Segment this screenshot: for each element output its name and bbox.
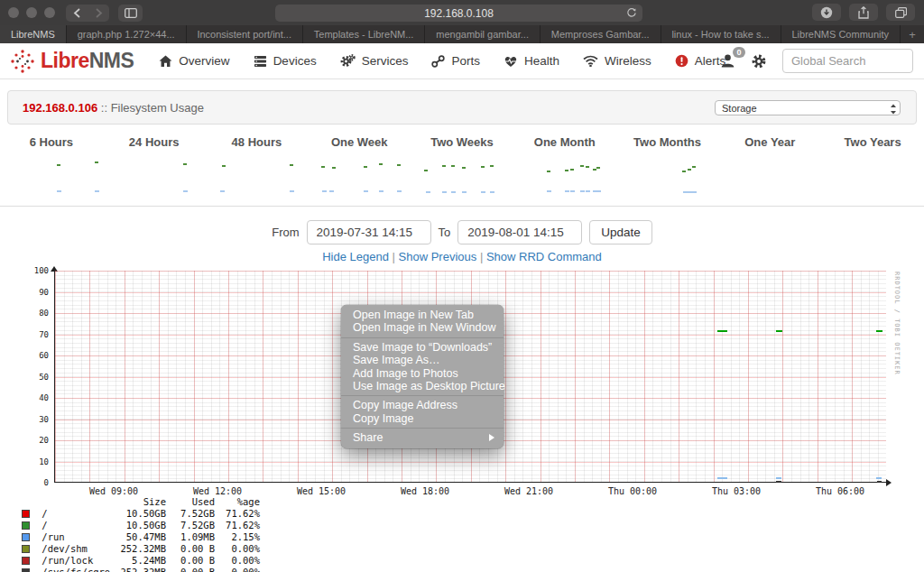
thumbnail-mark-green [397, 164, 401, 166]
y-axis-tick-label: 40 [23, 393, 49, 402]
nav-item-overview[interactable]: Overview [159, 54, 229, 68]
back-button[interactable] [66, 5, 88, 22]
graph-data-mark [717, 330, 727, 332]
time-range-link[interactable]: Two Months [616, 135, 719, 149]
device-ip[interactable]: 192.168.0.106 [23, 101, 97, 115]
graph-thumbnails-strip[interactable] [0, 152, 924, 205]
share-button[interactable] [849, 4, 878, 21]
close-window-button[interactable] [8, 7, 19, 18]
context-menu-item[interactable]: Add Image to Photos [341, 367, 504, 380]
browser-tab[interactable]: Templates - LibreNM... [303, 25, 425, 43]
browser-tab[interactable]: LibreNMS [0, 25, 67, 43]
thumbnail-mark-green [379, 163, 383, 165]
download-icon [820, 6, 833, 19]
legend-size: 252.32MB [110, 567, 166, 572]
time-range-link[interactable]: Two Weeks [411, 135, 513, 149]
graph-type-value: Storage [722, 103, 757, 114]
legend-mount-name: / [36, 508, 110, 520]
thumbnail-mark-green [462, 167, 466, 169]
forward-button[interactable] [88, 5, 109, 22]
legend-pct: 71.62% [215, 520, 260, 531]
date-range-controls: From To Update [0, 220, 924, 244]
context-menu-item[interactable]: Copy Image [341, 412, 504, 425]
context-menu-item[interactable]: Save Image to “Downloads” [341, 341, 504, 354]
sidebar-toggle-button[interactable] [118, 5, 143, 22]
time-range-link[interactable]: 24 Hours [103, 135, 206, 149]
browser-tab[interactable]: LibreNMS Community [781, 25, 901, 43]
legend-pct: 2.15% [215, 531, 260, 543]
thumbnail-mark-blue [580, 190, 585, 192]
from-date-input[interactable] [307, 220, 431, 244]
heartbeat-icon [504, 55, 518, 68]
thumbnail-mark-blue [451, 191, 456, 193]
context-menu-item[interactable]: Use Image as Desktop Picture [341, 380, 504, 392]
time-range-link[interactable]: One Month [513, 135, 616, 149]
section-divider [0, 206, 924, 207]
zoom-window-button[interactable] [44, 7, 55, 18]
time-range-link[interactable]: 48 Hours [206, 135, 309, 149]
reload-icon [626, 7, 637, 18]
user-menu-button[interactable]: 0 [720, 53, 735, 69]
brand-libre: Libre [41, 49, 89, 72]
y-axis-tick-label: 50 [23, 373, 49, 382]
nav-item-devices[interactable]: Devices [254, 54, 317, 68]
x-axis-tick-label: Thu 06:00 [816, 486, 864, 496]
librenms-logo[interactable]: LibreNMS [9, 48, 134, 75]
downloads-button[interactable] [812, 4, 841, 21]
time-range-link[interactable]: One Year [718, 135, 821, 149]
legend-mount-name: /dev/shm [36, 543, 110, 555]
global-search-input[interactable] [782, 49, 913, 73]
graph-link-show-previous[interactable]: Show Previous [399, 250, 477, 263]
legend-row: /run/lock5.24MB0.00 B0.00% [22, 555, 260, 567]
thumbnail-mark-blue [397, 190, 402, 192]
settings-button[interactable] [751, 53, 767, 69]
to-date-input[interactable] [457, 220, 582, 244]
thumbnail-mark-blue [322, 190, 327, 192]
time-range-link[interactable]: One Week [308, 135, 411, 149]
thumbnail-mark-green [451, 165, 455, 167]
thumbnail-mark-blue [692, 191, 697, 193]
gear-icon [751, 53, 767, 69]
browser-tab[interactable]: graph.php 1.272×44... [67, 25, 187, 43]
chevron-left-icon [73, 8, 81, 18]
update-button[interactable]: Update [589, 220, 652, 244]
time-range-link[interactable]: Two Years [821, 135, 924, 149]
nav-item-wireless[interactable]: Wireless [583, 54, 651, 68]
graph-type-select[interactable]: Storage [715, 100, 901, 115]
new-tab-button[interactable]: + [901, 25, 924, 43]
legend-used: 1.09MB [166, 531, 215, 543]
device-header-panel: 192.168.0.106 :: Filesystem Usage Storag… [7, 90, 917, 125]
time-range-link[interactable]: 6 Hours [0, 135, 103, 149]
browser-tab[interactable]: Memproses Gambar... [541, 25, 661, 43]
from-label: From [272, 226, 299, 239]
nav-item-services[interactable]: Services [340, 54, 409, 68]
browser-tab[interactable]: mengambil gambar... [425, 25, 541, 43]
minimize-window-button[interactable] [26, 7, 37, 18]
context-menu-item[interactable]: Copy Image Address [341, 399, 504, 411]
graph-link-show-rrd-command[interactable]: Show RRD Command [486, 250, 602, 263]
thumbnail-mark-green [596, 167, 600, 169]
legend-column-header: Used [166, 496, 215, 508]
context-menu-item[interactable]: Share [341, 431, 504, 444]
home-icon [159, 55, 172, 68]
alert-icon [675, 54, 688, 68]
graph-link-hide-legend[interactable]: Hide Legend [322, 250, 389, 263]
nav-item-ports[interactable]: Ports [431, 54, 480, 68]
title-separator: :: [101, 101, 107, 115]
context-menu-item[interactable]: Open Image in New Window [341, 321, 504, 334]
nav-item-label: Devices [273, 54, 317, 68]
thumbnail-mark-green [490, 165, 494, 167]
nav-item-alerts[interactable]: Alerts [675, 54, 726, 68]
x-axis-tick-label: Thu 03:00 [712, 486, 761, 496]
nav-item-health[interactable]: Health [504, 54, 559, 68]
legend-header-row: SizeUsed%age [22, 496, 260, 508]
browser-tab[interactable]: linux - How to take s... [661, 25, 781, 43]
x-axis-tick-label: Wed 09:00 [89, 486, 138, 496]
context-menu-item[interactable]: Open Image in New Tab [341, 309, 504, 321]
address-bar[interactable]: 192.168.0.108 [275, 5, 642, 22]
browser-tab[interactable]: Inconsistent port/int... [187, 25, 303, 43]
thumbnail-mark-blue [220, 190, 225, 192]
reload-button[interactable] [626, 7, 637, 18]
tab-overview-button[interactable] [886, 4, 915, 21]
context-menu-item[interactable]: Save Image As… [341, 354, 504, 366]
